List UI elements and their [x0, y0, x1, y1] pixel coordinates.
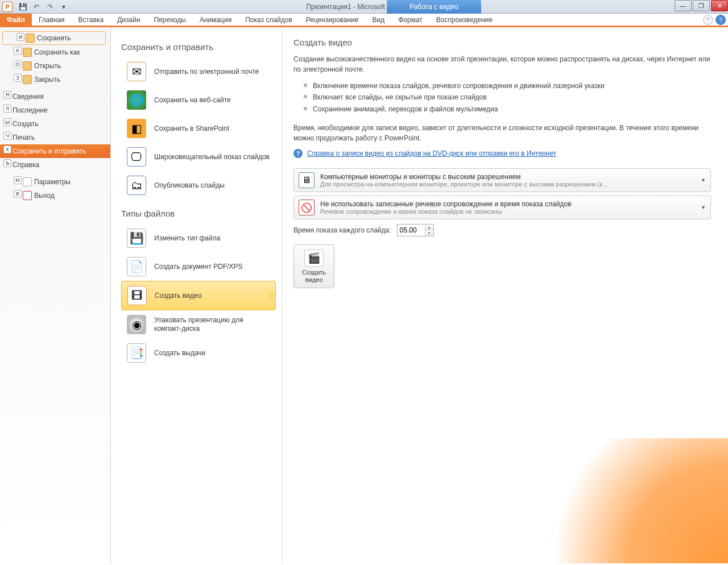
share-broadcast[interactable]: 🖵 Широковещательный показ слайдов	[121, 143, 276, 171]
option-title: Компьютерные мониторы и мониторы с высок…	[320, 173, 693, 181]
help-link[interactable]: Справка о записи видео из слайдов на DVD…	[307, 149, 556, 157]
pdf-icon: 📄	[127, 257, 146, 276]
nav-save-as[interactable]: К Сохранить как	[0, 45, 110, 59]
nav-save-send[interactable]: Х Сохранить и отправить	[0, 144, 110, 158]
option-title: Не использовать записанные речевое сопро…	[320, 200, 693, 208]
chevron-down-icon: ▼	[701, 205, 706, 210]
nav-recent[interactable]: Л Последние	[0, 103, 110, 117]
save-icon[interactable]: 💾	[17, 2, 28, 12]
bullet-item: Сохранение анимаций, переходов и файлов …	[304, 103, 711, 115]
close-doc-icon	[23, 75, 32, 84]
quick-access-toolbar: 💾 ↶ ↷ ▾	[17, 2, 69, 12]
close-button[interactable]: ✕	[711, 0, 728, 11]
tab-file[interactable]: Файл	[0, 14, 32, 26]
share-options-column: Сохранить и отправить ✉ Отправить по эле…	[111, 27, 282, 563]
nav-exit[interactable]: В Выход	[0, 189, 110, 202]
nav-label: Печать	[13, 134, 35, 142]
duration-input[interactable]	[398, 225, 425, 236]
nav-print[interactable]: Ч Печать	[0, 131, 110, 144]
backstage-nav: И Сохранить К Сохранить как О Открыть З …	[0, 27, 111, 563]
section-heading: Типы файлов	[121, 209, 276, 218]
powerpoint-icon: P	[2, 2, 13, 12]
nav-label: Закрыть	[34, 76, 60, 84]
item-label: Широковещательный показ слайдов	[154, 153, 270, 161]
handout-icon: 📑	[127, 343, 146, 363]
hotkey-badge: К	[14, 47, 22, 55]
description-text: Создание высококачественного видео на ос…	[293, 54, 711, 74]
tab-insert[interactable]: Вставка	[72, 14, 111, 26]
redo-icon[interactable]: ↷	[44, 2, 56, 12]
share-publish[interactable]: 🗂 Опубликовать слайды	[121, 171, 276, 200]
decorative-corner	[512, 438, 728, 563]
maximize-button[interactable]: ❐	[693, 0, 710, 11]
narration-icon: 🚫	[299, 200, 315, 215]
hotkey-badge: И	[16, 33, 24, 41]
item-label: Изменить тип файла	[154, 234, 220, 243]
nav-new[interactable]: Ы Создать	[0, 117, 110, 131]
help-icon[interactable]: ?	[715, 15, 726, 25]
nav-help[interactable]: Ъ Справка	[0, 158, 110, 172]
item-label: Опубликовать слайды	[154, 181, 225, 190]
filetype-change[interactable]: 💾 Изменить тип файла	[121, 224, 276, 252]
monitor-icon: 🖥	[299, 172, 315, 188]
create-video-button[interactable]: 🎬 Создать видео	[293, 244, 334, 288]
filetype-cd[interactable]: ◉ Упаковать презентацию для компакт-диск…	[121, 310, 276, 339]
filetype-pdf[interactable]: 📄 Создать документ PDF/XPS	[121, 252, 276, 281]
bullet-item: Включение времени показа слайдов, речево…	[304, 80, 711, 92]
video-icon: 🎞	[127, 286, 147, 305]
tab-review[interactable]: Рецензирование	[299, 14, 366, 26]
hotkey-badge: О	[14, 60, 22, 68]
tab-playback[interactable]: Воспроизведение	[429, 14, 499, 26]
item-label: Создать выдачи	[154, 349, 205, 358]
narration-dropdown[interactable]: 🚫 Не использовать записанные речевое соп…	[293, 196, 711, 219]
spin-up-icon[interactable]: ▲	[425, 225, 433, 230]
minimize-button[interactable]: —	[675, 0, 692, 11]
tab-view[interactable]: Вид	[366, 14, 392, 26]
options-icon	[23, 177, 32, 186]
spin-down-icon[interactable]: ▼	[425, 230, 433, 236]
tab-design[interactable]: Дизайн	[110, 14, 147, 26]
nav-save[interactable]: И Сохранить	[2, 31, 106, 45]
tab-slideshow[interactable]: Показ слайдов	[238, 14, 299, 26]
item-label: Сохранить в SharePoint	[154, 124, 229, 133]
tab-animation[interactable]: Анимация	[193, 14, 238, 26]
sharepoint-icon: ◧	[127, 119, 146, 138]
nav-open[interactable]: О Открыть	[0, 59, 110, 73]
bullet-list: Включение времени показа слайдов, речево…	[304, 80, 711, 115]
nav-label: Открыть	[34, 62, 61, 70]
bullet-item: Включает все слайды, не скрытые при пока…	[304, 92, 711, 103]
tab-home[interactable]: Главная	[32, 14, 72, 26]
nav-label: Последние	[13, 106, 48, 114]
resolution-dropdown[interactable]: 🖥 Компьютерные мониторы и мониторы с выс…	[293, 168, 711, 192]
contextual-tab-video[interactable]: Работа с видео	[387, 0, 481, 14]
create-video-icon: 🎬	[304, 250, 324, 267]
hotkey-badge: В	[14, 190, 22, 198]
nav-info[interactable]: Я Сведения	[0, 90, 110, 103]
share-sharepoint[interactable]: ◧ Сохранить в SharePoint	[121, 114, 276, 143]
filetype-handout[interactable]: 📑 Создать выдачи	[121, 339, 276, 367]
share-web[interactable]: 🌐 Сохранить на веб-сайте	[121, 86, 276, 114]
filetype-video[interactable]: 🎞 Создать видео	[121, 281, 276, 310]
undo-icon[interactable]: ↶	[31, 2, 42, 12]
ribbon: Файл Главная Вставка Дизайн Переходы Ани…	[0, 14, 728, 27]
panel-heading: Создать видео	[293, 38, 711, 47]
item-label: Упаковать презентацию для компакт-диска	[154, 316, 270, 333]
duration-spinner[interactable]: ▲ ▼	[397, 224, 434, 236]
publish-icon: 🗂	[127, 176, 146, 195]
nav-options[interactable]: М Параметры	[0, 175, 110, 189]
create-video-panel: Создать видео Создание высококачественно…	[282, 27, 728, 563]
nav-label: Параметры	[34, 178, 71, 186]
nav-close[interactable]: З Закрыть	[0, 73, 110, 86]
qat-dropdown-icon[interactable]: ▾	[58, 2, 69, 12]
save-icon	[26, 34, 35, 43]
tab-format[interactable]: Формат	[391, 14, 429, 26]
cd-icon: ◉	[127, 315, 146, 334]
hotkey-badge: Я	[3, 91, 11, 99]
minimize-ribbon-icon[interactable]: ˄	[703, 15, 713, 25]
share-email[interactable]: ✉ Отправить по электронной почте	[121, 57, 276, 86]
item-label: Сохранить на веб-сайте	[154, 96, 231, 105]
backstage-view: И Сохранить К Сохранить как О Открыть З …	[0, 27, 728, 563]
nav-label: Выход	[34, 192, 55, 200]
item-label: Отправить по электронной почте	[154, 68, 259, 76]
tab-transitions[interactable]: Переходы	[147, 14, 193, 26]
